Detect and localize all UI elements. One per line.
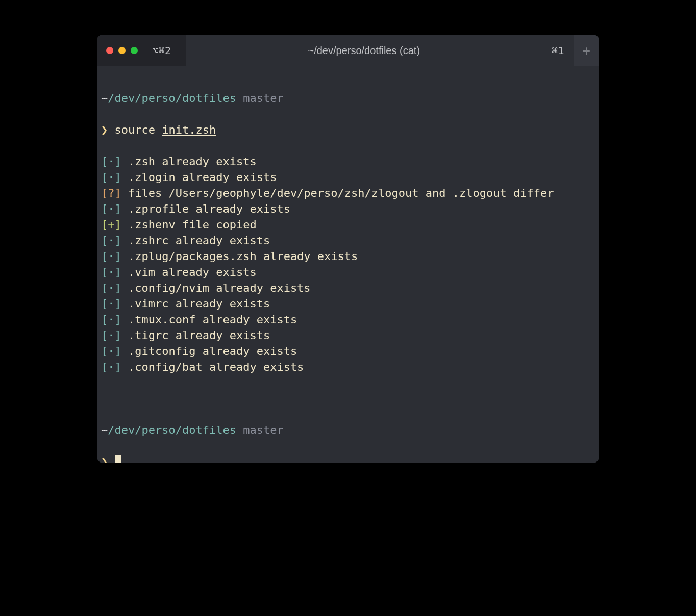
output-line: [+] .zshenv file copied bbox=[101, 217, 595, 233]
prompt-tilde: ~ bbox=[101, 92, 108, 105]
output-line: [·] .zsh already exists bbox=[101, 153, 595, 169]
cursor-icon bbox=[115, 455, 121, 463]
output-line: [·] .tigrc already exists bbox=[101, 327, 595, 343]
output-line: [·] .zshrc already exists bbox=[101, 233, 595, 248]
prompt-caret: ❯ bbox=[101, 123, 108, 136]
status-badge: [·] bbox=[101, 361, 121, 373]
status-badge: [·] bbox=[101, 202, 121, 215]
status-badge: [·] bbox=[101, 345, 121, 357]
tab-left-shortcut: ⌥⌘2 bbox=[152, 44, 171, 57]
branch-label: master bbox=[243, 92, 283, 105]
output-line: [·] .vimrc already exists bbox=[101, 296, 595, 312]
terminal-content[interactable]: ~/dev/perso/dotfiles master ❯ source ini… bbox=[97, 66, 599, 463]
status-badge: [·] bbox=[101, 250, 121, 263]
prompt-tilde: ~ bbox=[101, 424, 108, 437]
output-text: .zprofile already exists bbox=[121, 202, 290, 215]
output-text: .tmux.conf already exists bbox=[121, 313, 297, 326]
output-text: files /Users/geophyle/dev/perso/zsh/zlog… bbox=[121, 187, 554, 199]
status-badge: [·] bbox=[101, 171, 121, 184]
output-text: .tigrc already exists bbox=[121, 329, 270, 342]
status-badge: [·] bbox=[101, 313, 121, 326]
prompt-line-2: ~/dev/perso/dotfiles master bbox=[101, 422, 595, 438]
command-name: source bbox=[115, 123, 155, 136]
terminal-window: ⌥⌘2 ~/dev/perso/dotfiles (cat) ⌘1 + ~/de… bbox=[97, 35, 599, 463]
output-text: .zshrc already exists bbox=[121, 234, 270, 247]
minimize-icon[interactable] bbox=[118, 47, 126, 54]
command-line: ❯ source init.zsh bbox=[101, 122, 595, 138]
output-lines: [·] .zsh already exists[·] .zlogin alrea… bbox=[101, 153, 595, 375]
blank-line bbox=[101, 391, 595, 406]
status-badge: [·] bbox=[101, 266, 121, 278]
output-line: [·] .config/nvim already exists bbox=[101, 280, 595, 296]
prompt-line: ~/dev/perso/dotfiles master bbox=[101, 90, 595, 106]
status-badge: [·] bbox=[101, 281, 121, 294]
output-line: [·] .tmux.conf already exists bbox=[101, 312, 595, 327]
titlebar: ⌥⌘2 ~/dev/perso/dotfiles (cat) ⌘1 + bbox=[97, 35, 599, 66]
output-text: .gitconfig already exists bbox=[121, 345, 297, 357]
output-text: .vim already exists bbox=[121, 266, 257, 278]
maximize-icon[interactable] bbox=[131, 47, 138, 54]
output-line: [·] .gitconfig already exists bbox=[101, 343, 595, 359]
prompt-path: /dev/perso/dotfiles bbox=[108, 92, 236, 105]
status-badge: [·] bbox=[101, 329, 121, 342]
output-line: [·] .zplug/packages.zsh already exists bbox=[101, 248, 595, 264]
tab-right-shortcut[interactable]: ⌘1 bbox=[542, 35, 574, 66]
window-title: ~/dev/perso/dotfiles (cat) bbox=[186, 35, 542, 66]
traffic-lights bbox=[106, 47, 138, 54]
prompt-path: /dev/perso/dotfiles bbox=[108, 424, 236, 437]
output-line: [·] .config/bat already exists bbox=[101, 359, 595, 375]
status-badge: [·] bbox=[101, 234, 121, 247]
output-text: .config/bat already exists bbox=[121, 361, 304, 373]
output-text: .config/nvim already exists bbox=[121, 281, 311, 294]
output-text: .zshenv file copied bbox=[121, 218, 257, 231]
output-line: [?] files /Users/geophyle/dev/perso/zsh/… bbox=[101, 185, 595, 201]
output-text: .vimrc already exists bbox=[121, 297, 270, 310]
status-badge: [·] bbox=[101, 155, 121, 168]
prompt-caret: ❯ bbox=[101, 455, 108, 463]
branch-label: master bbox=[243, 424, 283, 437]
output-line: [·] .zlogin already exists bbox=[101, 169, 595, 185]
command-argument: init.zsh bbox=[162, 123, 216, 136]
output-line: [·] .vim already exists bbox=[101, 264, 595, 280]
new-tab-button[interactable]: + bbox=[574, 35, 599, 66]
status-badge: [+] bbox=[101, 218, 121, 231]
prompt-input-line[interactable]: ❯ bbox=[101, 454, 595, 463]
status-badge: [·] bbox=[101, 297, 121, 310]
output-text: .zplug/packages.zsh already exists bbox=[121, 250, 358, 263]
tab-left[interactable]: ⌥⌘2 bbox=[97, 35, 186, 66]
close-icon[interactable] bbox=[106, 47, 113, 54]
output-text: .zlogin already exists bbox=[121, 171, 277, 184]
output-text: .zsh already exists bbox=[121, 155, 257, 168]
output-line: [·] .zprofile already exists bbox=[101, 201, 595, 217]
status-badge: [?] bbox=[101, 187, 121, 199]
